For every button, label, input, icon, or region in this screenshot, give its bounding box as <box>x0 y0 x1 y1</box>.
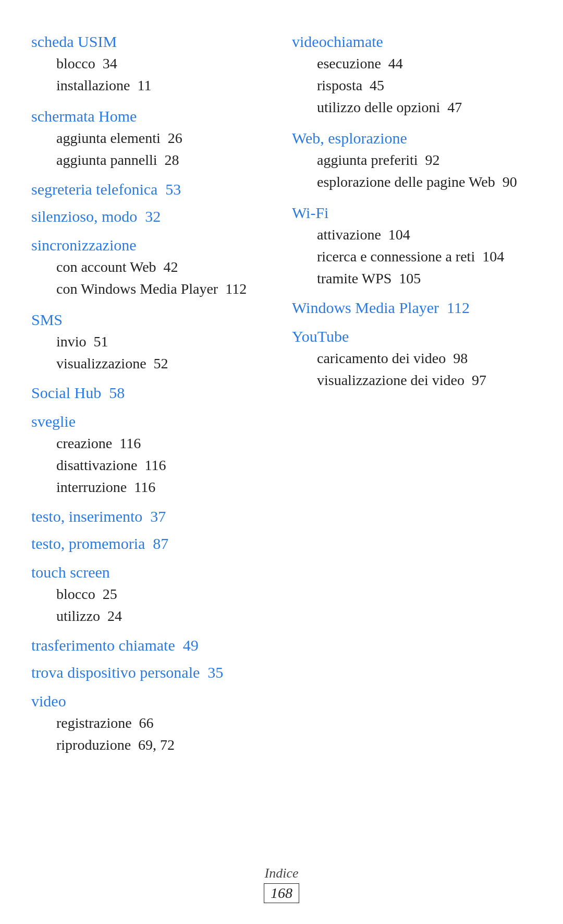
sub-entry: blocco 25 <box>56 583 271 605</box>
entry-title: silenzioso, modo <box>31 208 137 225</box>
entry-title-line: Windows Media Player 112 <box>292 299 532 317</box>
sub-entry: risposta 45 <box>317 75 532 97</box>
sub-entries: attivazione 104ricerca e connessione a r… <box>317 224 532 290</box>
sub-entry: utilizzo delle opzioni 47 <box>317 97 532 118</box>
entry-title: YouTube <box>292 326 532 346</box>
entry-number: 35 <box>200 664 223 681</box>
entry-title-line: trasferimento chiamate 49 <box>31 637 271 654</box>
entry-title: Social Hub <box>31 384 101 401</box>
sub-entry: aggiunta elementi 26 <box>56 127 271 149</box>
sub-entries: esecuzione 44risposta 45utilizzo delle o… <box>317 53 532 118</box>
sub-entry: ricerca e connessione a reti 104 <box>317 246 532 268</box>
sub-entry: attivazione 104 <box>317 224 532 246</box>
entry-title: schermata Home <box>31 106 271 126</box>
sub-entries: creazione 116disattivazione 116interruzi… <box>56 433 271 498</box>
sub-entry: disattivazione 116 <box>56 454 271 476</box>
entry-number: 37 <box>142 508 166 525</box>
sub-entry: esplorazione delle pagine Web 90 <box>317 171 532 193</box>
index-entry: testo, inserimento 37 <box>31 508 271 525</box>
sub-entry: registrazione 66 <box>56 712 271 734</box>
sub-entry: blocco 34 <box>56 53 271 75</box>
sub-entries: blocco 34installazione 11 <box>56 53 271 97</box>
sub-entry: interruzione 116 <box>56 476 271 498</box>
entry-title: testo, inserimento <box>31 508 142 525</box>
sub-entry: con Windows Media Player 112 <box>56 278 271 300</box>
entry-title-line: Social Hub 58 <box>31 384 271 402</box>
sub-entry: visualizzazione 52 <box>56 353 271 375</box>
sub-entry: visualizzazione dei video 97 <box>317 369 532 391</box>
sub-entry: esecuzione 44 <box>317 53 532 75</box>
index-entry: Wi-Fiattivazione 104ricerca e connession… <box>292 202 532 290</box>
index-entry: SMSinvio 51visualizzazione 52 <box>31 309 271 375</box>
left-column: scheda USIMblocco 34installazione 11sche… <box>31 31 287 765</box>
index-entry: touch screenblocco 25utilizzo 24 <box>31 562 271 627</box>
index-entry: segreteria telefonica 53 <box>31 181 271 198</box>
entry-title: videochiamate <box>292 31 532 52</box>
entry-title: video <box>31 691 271 711</box>
entry-number: 49 <box>175 637 199 654</box>
entry-title-line: trova dispositivo personale 35 <box>31 664 271 681</box>
sub-entry: tramite WPS 105 <box>317 268 532 290</box>
entry-title-line: testo, inserimento 37 <box>31 508 271 525</box>
entry-number: 32 <box>137 208 161 225</box>
entry-number: 87 <box>145 535 168 552</box>
index-entry: scheda USIMblocco 34installazione 11 <box>31 31 271 97</box>
entry-title: testo, promemoria <box>31 535 145 552</box>
sub-entry: caricamento dei video 98 <box>317 347 532 369</box>
sub-entries: registrazione 66riproduzione 69, 72 <box>56 712 271 756</box>
sub-entries: caricamento dei video 98visualizzazione … <box>317 347 532 391</box>
index-entry: videoregistrazione 66riproduzione 69, 72 <box>31 691 271 756</box>
footer-label: Indice <box>0 866 563 881</box>
index-entry: videochiamateesecuzione 44risposta 45uti… <box>292 31 532 118</box>
index-entry: svegliecreazione 116disattivazione 116in… <box>31 411 271 498</box>
index-entry: Windows Media Player 112 <box>292 299 532 317</box>
entry-number: 58 <box>101 384 125 401</box>
sub-entries: aggiunta preferiti 92esplorazione delle … <box>317 149 532 193</box>
sub-entries: aggiunta elementi 26aggiunta pannelli 28 <box>56 127 271 171</box>
sub-entry: invio 51 <box>56 331 271 353</box>
entry-title: trasferimento chiamate <box>31 637 175 654</box>
index-entry: silenzioso, modo 32 <box>31 208 271 225</box>
sub-entry: aggiunta pannelli 28 <box>56 149 271 171</box>
index-entry: trova dispositivo personale 35 <box>31 664 271 681</box>
sub-entry: aggiunta preferiti 92 <box>317 149 532 171</box>
entry-title: Web, esplorazione <box>292 128 532 148</box>
sub-entry: utilizzo 24 <box>56 605 271 627</box>
entry-title: trova dispositivo personale <box>31 664 200 681</box>
index-entry: Web, esplorazioneaggiunta preferiti 92es… <box>292 128 532 193</box>
entry-title: Wi-Fi <box>292 202 532 223</box>
footer-page: 168 <box>264 883 299 903</box>
entry-number: 53 <box>157 181 181 198</box>
sub-entries: blocco 25utilizzo 24 <box>56 583 271 627</box>
sub-entries: invio 51visualizzazione 52 <box>56 331 271 375</box>
index-entry: testo, promemoria 87 <box>31 535 271 553</box>
entry-title: scheda USIM <box>31 31 271 52</box>
entry-title: touch screen <box>31 562 271 582</box>
page-content: scheda USIMblocco 34installazione 11sche… <box>0 0 563 818</box>
entry-title-line: segreteria telefonica 53 <box>31 181 271 198</box>
entry-title: sveglie <box>31 411 271 431</box>
entry-title: SMS <box>31 309 271 330</box>
entry-title-line: silenzioso, modo 32 <box>31 208 271 225</box>
index-entry: sincronizzazionecon account Web 42con Wi… <box>31 235 271 300</box>
entry-number: 112 <box>439 299 470 316</box>
index-entry: trasferimento chiamate 49 <box>31 637 271 654</box>
entry-title: segreteria telefonica <box>31 181 157 198</box>
footer: Indice 168 <box>0 866 563 903</box>
index-entry: schermata Homeaggiunta elementi 26aggiun… <box>31 106 271 171</box>
entry-title-line: testo, promemoria 87 <box>31 535 271 553</box>
index-entry: YouTubecaricamento dei video 98visualizz… <box>292 326 532 391</box>
right-column: videochiamateesecuzione 44risposta 45uti… <box>287 31 532 765</box>
sub-entry: creazione 116 <box>56 433 271 454</box>
sub-entry: riproduzione 69, 72 <box>56 734 271 756</box>
entry-title: sincronizzazione <box>31 235 271 255</box>
entry-title: Windows Media Player <box>292 299 439 316</box>
sub-entry: installazione 11 <box>56 75 271 97</box>
sub-entry: con account Web 42 <box>56 256 271 278</box>
index-entry: Social Hub 58 <box>31 384 271 402</box>
sub-entries: con account Web 42con Windows Media Play… <box>56 256 271 300</box>
